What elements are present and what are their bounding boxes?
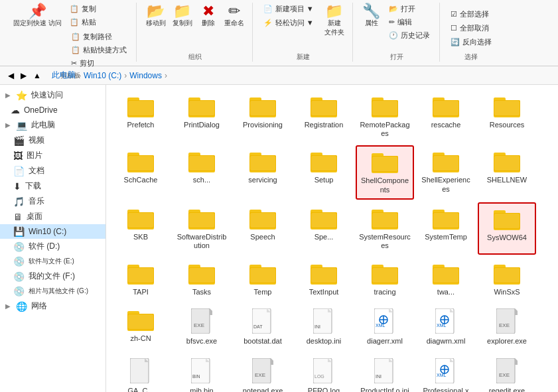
- select-all-button[interactable]: ☑ 全部选择: [447, 8, 496, 21]
- file-item-tasks[interactable]: Tasks: [173, 257, 231, 301]
- paste-shortcut-button[interactable]: 📋 粘贴快捷方式: [67, 44, 131, 56]
- easy-access-button[interactable]: ⚡ 轻松访问 ▼: [259, 17, 318, 29]
- copy-path-button[interactable]: 📋 复制路径: [67, 31, 131, 43]
- file-item-registration[interactable]: Registration: [295, 90, 353, 143]
- file-item-bfsvc[interactable]: EXE bfsvc.exe: [173, 304, 231, 350]
- copy-button[interactable]: 📋 复制: [67, 3, 131, 15]
- sidebar-item-videos[interactable]: 🎬 视频: [0, 133, 105, 148]
- properties-button[interactable]: 🔧 属性: [360, 3, 384, 29]
- file-item-tracing[interactable]: tracing: [356, 257, 414, 301]
- file-item-resources[interactable]: Resources: [478, 90, 536, 143]
- file-item-twa[interactable]: twa...: [417, 257, 475, 301]
- folder-svg: [494, 150, 520, 172]
- file-item-zh-cn[interactable]: zh-CN: [111, 304, 170, 350]
- sidebar-item-this-pc[interactable]: ▶ 💻 此电脑: [0, 117, 105, 133]
- edit-button[interactable]: ✏ 编辑: [385, 16, 434, 29]
- file-item-systemtemp[interactable]: SystemTemp: [417, 202, 475, 255]
- file-label-softwaredistribution: SoftwareDistribution: [176, 233, 228, 250]
- file-item-softwaredistribution[interactable]: SoftwareDistribution: [173, 202, 231, 255]
- file-item-professional[interactable]: XML Professional.xml: [417, 354, 475, 393]
- file-item-textinput[interactable]: TextInput: [295, 257, 353, 301]
- up-button[interactable]: ▲: [31, 70, 44, 82]
- rename-button[interactable]: ✏ 重命名: [222, 3, 247, 29]
- back-button[interactable]: ◀: [5, 70, 17, 82]
- forward-button[interactable]: ▶: [18, 70, 29, 82]
- sidebar-item-photos-g[interactable]: 💿 相片与其他文件 (G:): [0, 284, 105, 298]
- file-item-notepad[interactable]: EXE notepad.exe: [234, 354, 292, 393]
- file-item-systemresources[interactable]: SystemResources: [356, 202, 414, 255]
- file-icon-setup: [311, 150, 337, 174]
- organize-label: 组织: [188, 51, 202, 62]
- invert-selection-button[interactable]: 🔄 反向选择: [447, 36, 496, 48]
- file-item-speech[interactable]: Speech: [234, 202, 292, 255]
- sidebar-item-pictures[interactable]: 🖼 图片: [0, 148, 105, 163]
- sidebar-item-my-files-f[interactable]: 💿 我的文件 (F:): [0, 269, 105, 284]
- file-item-pfro[interactable]: LOG PFRO.log: [295, 354, 353, 393]
- file-item-printdialog[interactable]: PrintDialog: [173, 90, 231, 143]
- pin-to-quick-button[interactable]: 📌 固定到快速 访问: [11, 3, 64, 29]
- file-item-rescache[interactable]: rescache: [417, 90, 475, 143]
- sidebar-item-quick-access[interactable]: ▶ ⭐ 快速访问: [0, 88, 105, 103]
- svg-rect-87: [128, 268, 153, 283]
- file-item-setup[interactable]: Setup: [295, 145, 353, 199]
- svg-rect-147: [252, 358, 271, 383]
- file-item-explorer[interactable]: EXE explorer.exe: [478, 304, 536, 350]
- file-item-sch-more[interactable]: sch...: [173, 145, 231, 199]
- file-item-schcache[interactable]: SchCache: [111, 145, 170, 199]
- file-item-prefetch[interactable]: Prefetch: [111, 90, 170, 143]
- sidebar-item-network[interactable]: ▶ 🌐 网络: [0, 298, 105, 314]
- folder-svg: [311, 95, 337, 117]
- cut-button[interactable]: ✂ 剪切: [67, 57, 131, 70]
- file-item-temp[interactable]: Temp: [234, 257, 292, 301]
- file-item-bootstat[interactable]: DAT bootstat.dat: [234, 304, 292, 350]
- sidebar-item-music[interactable]: 🎵 音乐: [0, 194, 105, 209]
- copy-to-button[interactable]: 📁 复制到: [170, 3, 195, 29]
- file-item-desktop-ini[interactable]: INI desktop.ini: [295, 304, 353, 350]
- file-item-remotepackages[interactable]: RemotePackages: [356, 90, 414, 143]
- file-item-tapi[interactable]: TAPI: [111, 257, 170, 301]
- file-item-shellnew[interactable]: SHELLNEW: [478, 145, 536, 199]
- folder-svg: [188, 95, 215, 117]
- delete-button[interactable]: ✖ 删除: [196, 3, 220, 29]
- open-button[interactable]: 📂 打开: [385, 3, 434, 15]
- select-none-button[interactable]: ☐ 全部取消: [447, 22, 496, 34]
- file-icon-tracing: [372, 262, 398, 287]
- sidebar-item-software-e[interactable]: 💿 软件与文件 (E:): [0, 254, 105, 269]
- file-item-syswow64[interactable]: SysWOW64: [478, 202, 536, 255]
- easy-access-label: 轻松访问 ▼: [275, 18, 314, 28]
- sidebar-item-desktop[interactable]: 🖥 桌面: [0, 209, 105, 224]
- file-item-skb[interactable]: SKB: [111, 202, 170, 255]
- easy-access-icon: ⚡: [263, 19, 273, 27]
- file-item-ga_c[interactable]: GA_C...: [111, 354, 170, 393]
- new-folder-button[interactable]: 📁 新建文件夹: [322, 3, 347, 38]
- file-icon-printdialog: [188, 95, 215, 119]
- new-item-button[interactable]: 📄 新建项目 ▼: [259, 3, 318, 15]
- breadcrumb-drive[interactable]: Win10 (C:): [84, 71, 121, 80]
- file-item-diagwrn[interactable]: XML diagwrn.xml: [417, 304, 475, 350]
- breadcrumb-computer[interactable]: 此电脑: [52, 70, 76, 81]
- sidebar-item-onedrive[interactable]: ☁ OneDrive: [0, 103, 105, 117]
- sidebar-item-win10c[interactable]: 💾 Win10 (C:): [0, 224, 105, 239]
- software-e-label: 软件与文件 (E:): [29, 257, 74, 266]
- file-item-winsxs[interactable]: WinSxS: [478, 257, 536, 301]
- file-item-mib[interactable]: BIN mib.bin: [173, 354, 231, 393]
- file-item-servicing[interactable]: servicing: [234, 145, 292, 199]
- paste-button[interactable]: 📋 粘贴: [67, 16, 131, 29]
- file-item-shellexperiences[interactable]: ShellExperiences: [417, 145, 475, 199]
- sidebar-item-documents[interactable]: 📄 文档: [0, 163, 105, 178]
- file-item-shellcomponents[interactable]: ShellComponents: [356, 145, 414, 199]
- file-label-shellexperiences: ShellExperiences: [420, 176, 472, 193]
- breadcrumb-windows[interactable]: Windows: [129, 71, 162, 80]
- history-button[interactable]: 🕐 历史记录: [385, 29, 434, 42]
- file-item-regedit[interactable]: EXE regedit.exe: [478, 354, 536, 393]
- xml-svg: XML: [435, 308, 456, 334]
- file-item-diagerr[interactable]: XML diagerr.xml: [356, 304, 414, 350]
- move-to-button[interactable]: 📂 移动到: [143, 3, 169, 29]
- file-item-provisioning[interactable]: Provisioning: [234, 90, 292, 143]
- svg-rect-23: [433, 101, 458, 115]
- file-icon-resources: [494, 95, 520, 119]
- file-item-spe[interactable]: Spe...: [295, 202, 353, 255]
- sidebar-item-software-d[interactable]: 💿 软件 (D:): [0, 239, 105, 254]
- file-item-productinf[interactable]: INI ProductInf o.ini: [356, 354, 414, 393]
- sidebar-item-downloads[interactable]: ⬇ 下载: [0, 178, 105, 194]
